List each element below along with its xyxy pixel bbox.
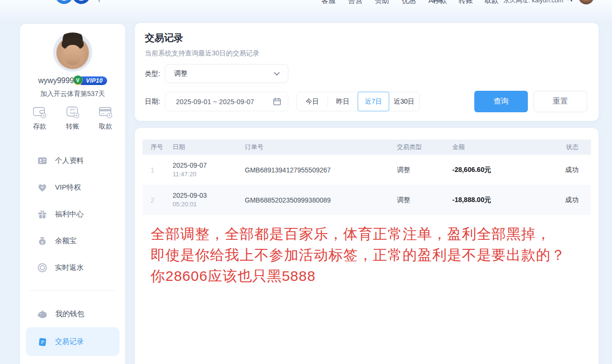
permanent-url-text: 永久网址: kaiyun.com (503, 0, 563, 5)
vip-badge: VVIP10 (78, 76, 107, 85)
row-date-value: 2025-09-07 (173, 161, 237, 170)
sidebar-item-benefits[interactable]: 福利中心 (26, 201, 120, 227)
quick-action-withdraw[interactable]: 取款 (98, 105, 114, 131)
page-title: 交易记录 (145, 32, 183, 44)
date-quick-ranges: 今日 昨日 近7日 近30日 (296, 92, 420, 111)
row-date: 2025-09-03 05:20:01 (164, 191, 237, 209)
rebate-icon (37, 263, 47, 273)
sidebar-item-wallet[interactable]: 我的钱包 (26, 300, 120, 327)
red-annotation-text: 全部调整，全部都是百家乐，体育正常注单，盈利全部黑掉， 即使是你给我上不参加活动… (151, 224, 590, 287)
chevron-down-icon (273, 72, 280, 76)
results-panel: 序号 日期 订单号 交易类型 金额 状态 1 2025-09-07 11:47:… (135, 128, 599, 364)
row-time-value: 05:20:01 (173, 200, 237, 209)
nav-item-service[interactable]: 客服 (321, 0, 336, 5)
quick-action-label: 转账 (66, 122, 79, 131)
filter-panel: 交易记录 当前系统支持查询最近30日的交易记录 类型: 调整 日期: 2025-… (135, 23, 599, 121)
sidebar-item-label: 交易记录 (55, 337, 84, 346)
row-order-number: GMB6891394127955509267 (237, 166, 389, 174)
sidebar-divider (29, 290, 117, 291)
vip-icon (37, 182, 47, 193)
row-date: 2025-09-07 11:47:20 (164, 161, 237, 179)
quick-action-label: 存款 (33, 122, 46, 131)
withdraw-icon (98, 105, 114, 119)
table-row: 2 2025-09-03 05:20:01 GMB688520235099938… (142, 185, 591, 215)
row-transaction-type: 调整 (389, 196, 444, 204)
nav-item-partner[interactable]: 合营 (348, 0, 362, 5)
table-header-row: 序号 日期 订单号 交易类型 金额 状态 (142, 139, 591, 155)
row-status: 成功 (530, 166, 591, 174)
sidebar-item-yuebao[interactable]: 余额宝 (26, 227, 120, 254)
nav-item-deposit[interactable]: 存款 (433, 0, 447, 5)
row-transaction-type: 调整 (389, 166, 444, 174)
nav-item-promo[interactable]: 优惠 (402, 0, 416, 5)
vip-shield-icon: V (73, 75, 83, 85)
quick-actions: 存款 转账 取款 (20, 105, 125, 131)
nav-links: 客服 合营 赞助 优惠 APP (321, 0, 443, 5)
row-no: 1 (142, 166, 164, 174)
row-date-value: 2025-09-03 (173, 191, 237, 200)
type-select[interactable]: 调整 (165, 64, 288, 83)
row-order-number: GMB6885202350999380089 (237, 196, 389, 204)
col-header-no: 序号 (142, 143, 164, 151)
sidebar-item-transactions[interactable]: 交易记录 (26, 327, 120, 356)
username: wywy9999 (38, 76, 74, 85)
page-subtitle: 当前系统支持查询最近30日的交易记录 (145, 49, 260, 58)
sidebar-item-label: 我的钱包 (55, 310, 84, 319)
nav-item-sponsor[interactable]: 赞助 (375, 0, 389, 5)
profile-icon (37, 156, 47, 166)
row-amount: -18,888.00元 (444, 196, 530, 204)
sidebar-item-profile[interactable]: 个人资料 (26, 147, 120, 174)
user-avatar[interactable] (53, 32, 92, 72)
col-header-type: 交易类型 (389, 143, 444, 151)
sidebar-item-bets[interactable]: 投注记录 (26, 356, 120, 364)
range-last30days[interactable]: 近30日 (389, 92, 419, 111)
quick-action-label: 取款 (99, 122, 112, 131)
sidebar-item-label: VIP特权 (55, 183, 81, 192)
col-header-amount: 金额 (444, 143, 530, 151)
user-avatar-small[interactable] (578, 0, 595, 5)
col-header-date: 日期 (164, 143, 237, 151)
sidebar-item-label: 实时返水 (55, 263, 84, 272)
deposit-icon (32, 105, 48, 119)
benefits-icon (37, 209, 47, 219)
annotation-line: 全部调整，全部都是百家乐，体育正常注单，盈利全部黑掉， (151, 224, 590, 245)
sidebar: wywy9999 VVIP10 加入开云体育第537天 存款 转账 (20, 24, 125, 364)
type-label: 类型: (145, 70, 160, 78)
table-row: 1 2025-09-07 11:47:20 GMB689139412795550… (142, 155, 591, 185)
calendar-icon (273, 97, 281, 106)
sidebar-item-label: 个人资料 (55, 156, 84, 165)
sidebar-item-rebate[interactable]: 实时返水 (26, 254, 120, 281)
nav-item-withdraw[interactable]: 取款 (484, 0, 499, 5)
wallet-links: 存款 转账 取款 (433, 0, 499, 5)
quick-action-deposit[interactable]: 存款 (32, 105, 48, 131)
sidebar-item-vip[interactable]: VIP特权 (26, 174, 120, 201)
quick-action-transfer[interactable]: 转账 (65, 105, 81, 131)
top-navigation-bar: 客服 合营 赞助 优惠 APP 存款 转账 取款 永久网址: kaiyun.co… (0, 0, 612, 21)
search-button[interactable]: 查询 (474, 91, 528, 112)
date-range-input[interactable]: 2025-09-01 ~ 2025-09-07 (165, 92, 288, 111)
date-range-value: 2025-09-01 ~ 2025-09-07 (176, 98, 273, 106)
sidebar-item-label: 余额宝 (55, 236, 76, 246)
annotation-line: 即使是你给我上不参加活动标签，正常的盈利是不是要出款的？ (151, 245, 590, 266)
vip-level-label: VIP10 (86, 77, 103, 84)
row-status: 成功 (530, 196, 591, 204)
sidebar-menu: 个人资料 VIP特权 福利中心 余额宝 (20, 147, 125, 364)
transfer-icon (65, 105, 81, 119)
nav-item-transfer[interactable]: 转账 (459, 0, 473, 5)
reset-button[interactable]: 重置 (534, 91, 587, 112)
range-last7days[interactable]: 近7日 (358, 92, 389, 111)
col-header-status: 状态 (530, 143, 591, 151)
col-header-order: 订单号 (237, 143, 389, 151)
join-days-text: 加入开云体育第537天 (20, 90, 125, 98)
yuebao-icon (37, 236, 47, 246)
transactions-icon (37, 337, 47, 347)
wallet-icon (37, 309, 48, 319)
search-icon[interactable] (564, 0, 573, 2)
date-label: 日期: (145, 97, 160, 106)
row-amount: -28,606.60元 (444, 166, 530, 174)
type-select-value: 调整 (174, 69, 273, 78)
sidebar-item-label: 福利中心 (55, 210, 84, 219)
range-yesterday[interactable]: 昨日 (328, 92, 358, 111)
transactions-table: 序号 日期 订单号 交易类型 金额 状态 1 2025-09-07 11:47:… (142, 139, 591, 215)
range-today[interactable]: 今日 (297, 92, 328, 111)
